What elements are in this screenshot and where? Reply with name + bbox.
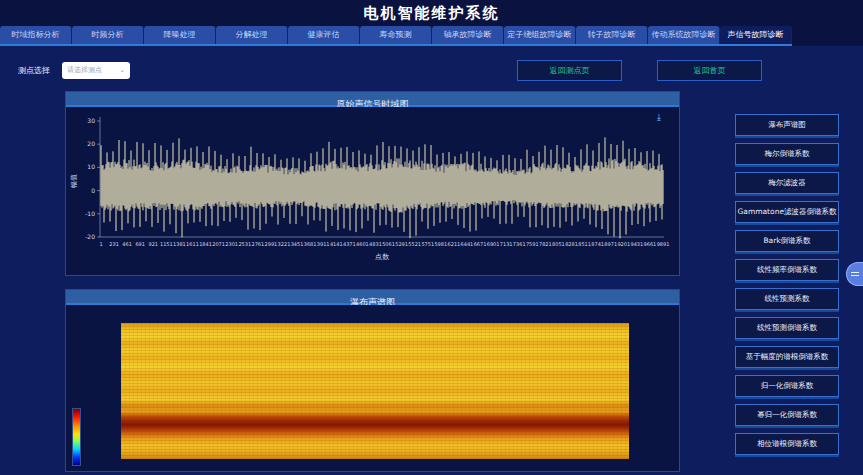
svg-text:8281: 8281: [565, 241, 578, 247]
point-select-label: 测点选择: [18, 65, 50, 76]
app-title: 电机智能维护系统: [0, 0, 863, 26]
waveform-panel: 原始声信号时域图 ⤓ 3020100-10-20幅值12314616919211…: [65, 91, 680, 276]
back-to-point-page-button[interactable]: 返回测点页: [517, 60, 622, 81]
svg-text:2301: 2301: [225, 241, 238, 247]
svg-text:5061: 5061: [382, 241, 395, 247]
feature-button-bfcc[interactable]: Bark倒谱系数: [735, 230, 839, 252]
svg-text:0: 0: [91, 187, 95, 194]
svg-text:3911: 3911: [317, 241, 330, 247]
spectrogram-chart-area: [66, 305, 679, 471]
spectrogram-panel: 瀑布声谱图: [65, 289, 680, 472]
tab-transmission-fault[interactable]: 传动系统故障诊断: [648, 26, 720, 44]
svg-text:7131: 7131: [500, 241, 513, 247]
svg-text:4371: 4371: [343, 241, 356, 247]
tab-rotor-fault[interactable]: 转子故障诊断: [576, 26, 648, 44]
content-row: 原始声信号时域图 ⤓ 3020100-10-20幅值12314616919211…: [65, 91, 863, 475]
svg-text:1: 1: [99, 241, 102, 247]
feature-button-lfcc[interactable]: 线性频率倒谱系数: [735, 259, 839, 281]
svg-text:5751: 5751: [421, 241, 434, 247]
svg-text:20: 20: [87, 140, 95, 147]
svg-text:1151: 1151: [160, 241, 173, 247]
nav-tabs: 时域指标分析 时频分析 降噪处理 分解处理 健康评估 寿命预测 轴承故障诊断 定…: [0, 26, 792, 46]
svg-text:30: 30: [87, 117, 95, 124]
waveform-panel-header: 原始声信号时域图: [66, 92, 679, 107]
feature-button-lpcc[interactable]: 线性预测倒谱系数: [735, 317, 839, 339]
svg-text:点数: 点数: [375, 253, 390, 261]
main-content: 测点选择 请选择测点 ⌄ 返回测点页 返回首页 原始声信号时域图 ⤓ 30201…: [0, 54, 863, 475]
svg-text:231: 231: [109, 241, 119, 247]
svg-text:8511: 8511: [578, 241, 591, 247]
feature-sidebar: 瀑布声谱图 梅尔倒谱系数 梅尔滤波器 Gammatone滤波器倒谱系数 Bark…: [735, 114, 839, 475]
svg-text:9201: 9201: [617, 241, 630, 247]
svg-text:9661: 9661: [644, 241, 657, 247]
feature-button-mfcc[interactable]: 梅尔倒谱系数: [735, 143, 839, 165]
tab-health-eval[interactable]: 健康评估: [288, 26, 360, 44]
svg-text:9431: 9431: [630, 241, 643, 247]
feature-button-psrcc[interactable]: 相位谱根倒谱系数: [735, 433, 839, 455]
tab-time-frequency[interactable]: 时频分析: [72, 26, 144, 44]
side-float-handle[interactable]: [846, 262, 863, 286]
svg-text:4601: 4601: [356, 241, 369, 247]
charts-column: 原始声信号时域图 ⤓ 3020100-10-20幅值12314616919211…: [65, 91, 680, 475]
tab-bearing-fault[interactable]: 轴承故障诊断: [432, 26, 504, 44]
svg-text:461: 461: [122, 241, 132, 247]
svg-text:7591: 7591: [526, 241, 539, 247]
svg-text:5521: 5521: [408, 241, 421, 247]
tab-denoise[interactable]: 降噪处理: [144, 26, 216, 44]
feature-button-msrcc[interactable]: 基于幅度的谱根倒谱系数: [735, 346, 839, 368]
feature-button-pncc[interactable]: 幂归一化倒谱系数: [735, 404, 839, 426]
toolbar: 测点选择 请选择测点 ⌄ 返回测点页 返回首页: [0, 54, 863, 86]
svg-text:7361: 7361: [513, 241, 526, 247]
svg-text:3681: 3681: [304, 241, 317, 247]
download-icon[interactable]: ⤓: [657, 113, 661, 122]
svg-text:-10: -10: [85, 210, 95, 217]
svg-text:921: 921: [149, 241, 159, 247]
colorbar-legend: [72, 408, 81, 466]
svg-text:10: 10: [87, 163, 95, 170]
svg-text:1611: 1611: [186, 241, 199, 247]
svg-text:5291: 5291: [395, 241, 408, 247]
svg-text:幅值: 幅值: [70, 174, 78, 188]
feature-button-gfcc[interactable]: Gammatone滤波器倒谱系数: [735, 201, 839, 223]
svg-text:6901: 6901: [487, 241, 500, 247]
waveform-chart: 3020100-10-20幅值1231461691921115113811611…: [66, 107, 679, 275]
svg-text:1841: 1841: [199, 241, 212, 247]
tab-life-predict[interactable]: 寿命预测: [360, 26, 432, 44]
tab-time-domain-indicator[interactable]: 时域指标分析: [0, 26, 72, 44]
feature-button-ncc[interactable]: 归一化倒谱系数: [735, 375, 839, 397]
svg-text:9891: 9891: [657, 241, 670, 247]
svg-text:6671: 6671: [474, 241, 487, 247]
tab-sound-signal-fault[interactable]: 声信号故障诊断: [720, 26, 792, 44]
svg-text:4141: 4141: [330, 241, 343, 247]
back-to-home-button[interactable]: 返回首页: [657, 60, 762, 81]
svg-text:2531: 2531: [238, 241, 251, 247]
svg-text:4831: 4831: [369, 241, 382, 247]
spectrogram-panel-header: 瀑布声谱图: [66, 290, 679, 305]
tab-stator-winding-fault[interactable]: 定子绕组故障诊断: [504, 26, 576, 44]
svg-text:3221: 3221: [278, 241, 291, 247]
svg-text:8741: 8741: [591, 241, 604, 247]
svg-text:-20: -20: [85, 233, 95, 240]
menu-lines-icon: [851, 272, 859, 273]
spectrogram-image: [121, 323, 629, 459]
svg-text:7821: 7821: [539, 241, 552, 247]
feature-button-lpc[interactable]: 线性预测系数: [735, 288, 839, 310]
point-select-placeholder: 请选择测点: [67, 65, 102, 75]
svg-text:691: 691: [135, 241, 145, 247]
tab-decompose[interactable]: 分解处理: [216, 26, 288, 44]
feature-button-mel-filter[interactable]: 梅尔滤波器: [735, 172, 839, 194]
svg-text:2991: 2991: [265, 241, 278, 247]
svg-text:3451: 3451: [291, 241, 304, 247]
app-header: 电机智能维护系统 时域指标分析 时频分析 降噪处理 分解处理 健康评估 寿命预测…: [0, 0, 863, 46]
svg-text:8971: 8971: [604, 241, 617, 247]
svg-text:8051: 8051: [552, 241, 565, 247]
svg-text:2071: 2071: [212, 241, 225, 247]
svg-text:5981: 5981: [434, 241, 447, 247]
svg-text:6441: 6441: [461, 241, 474, 247]
waveform-chart-area: ⤓ 3020100-10-20幅值12314616919211151138116…: [66, 107, 679, 275]
svg-text:2761: 2761: [251, 241, 264, 247]
point-select-dropdown[interactable]: 请选择测点 ⌄: [62, 62, 130, 79]
feature-button-waterfall-spectrogram[interactable]: 瀑布声谱图: [735, 114, 839, 136]
svg-text:1381: 1381: [173, 241, 186, 247]
chevron-down-icon: ⌄: [119, 66, 125, 74]
